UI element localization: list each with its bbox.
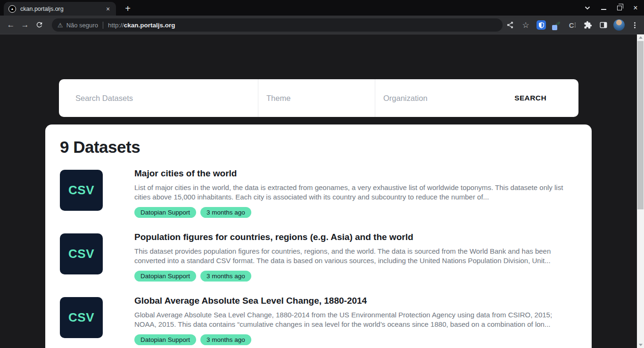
bitwarden-extension-icon[interactable] (535, 18, 548, 32)
dataset-title-link[interactable]: Population figures for countries, region… (134, 232, 576, 242)
url-host: ckan.portaljs.org (124, 22, 175, 29)
browser-tab[interactable]: ▲ ckan.portaljs.org × (4, 2, 116, 16)
profile-avatar[interactable] (612, 18, 626, 32)
dataset-row: CSV Major cities of the world List of ma… (60, 170, 576, 218)
search-datasets-placeholder: Search Datasets (75, 94, 133, 103)
share-icon[interactable] (504, 18, 517, 32)
scrollbar-up-arrow[interactable] (637, 34, 644, 41)
org-badge[interactable]: Datopian Support (134, 271, 196, 282)
dataset-description: Global Average Absolute Sea Level Change… (134, 310, 576, 329)
tab-title: ckan.portaljs.org (20, 6, 104, 12)
site-favicon-icon: ▲ (8, 5, 16, 13)
org-badge[interactable]: Datopian Support (134, 334, 196, 345)
security-label[interactable]: Não seguro (66, 22, 98, 29)
csv-format-icon[interactable]: CSV (60, 170, 103, 211)
dataset-description: This dataset provides population figures… (134, 247, 576, 265)
updated-badge: 3 months ago (200, 207, 251, 218)
organization-input[interactable]: Organization (375, 79, 514, 117)
url-separator (103, 22, 103, 29)
window-minimize-button[interactable] (598, 2, 609, 14)
updated-badge: 3 months ago (200, 334, 251, 345)
theme-placeholder: Theme (266, 94, 290, 103)
eyedropper-extension-icon[interactable] (550, 18, 563, 32)
address-bar[interactable]: ⚠ Não seguro http:// ckan.portaljs.org (52, 18, 503, 32)
csv-format-icon[interactable]: CSV (60, 233, 103, 274)
extensions-puzzle-icon[interactable] (581, 18, 594, 32)
reload-button[interactable] (32, 18, 46, 32)
organization-placeholder: Organization (383, 94, 428, 103)
results-count-heading: 9 Datasets (60, 137, 576, 157)
page-scrollbar[interactable] (637, 34, 644, 348)
eyedropper-color-swatch (552, 25, 557, 30)
csv-format-icon[interactable]: CSV (60, 297, 103, 338)
window-restore-button[interactable] (614, 2, 625, 14)
tab-search-chevron-icon[interactable] (582, 2, 593, 14)
tab-close-icon[interactable]: × (104, 5, 112, 13)
forward-button[interactable]: → (18, 18, 32, 32)
browser-menu-icon[interactable] (628, 18, 641, 32)
tab-strip: ▲ ckan.portaljs.org × + × (0, 0, 644, 16)
dataset-description: List of major cities in the world, the d… (134, 183, 576, 202)
theme-input[interactable]: Theme (258, 79, 375, 117)
results-card: 9 Datasets CSV Major cities of the world… (45, 124, 592, 348)
dataset-title-link[interactable]: Global Average Absolute Sea Level Change… (134, 295, 576, 306)
bookmark-star-icon[interactable]: ☆ (519, 18, 532, 32)
dataset-row: CSV Global Average Absolute Sea Level Ch… (60, 297, 576, 345)
back-button[interactable]: ← (4, 18, 18, 32)
scrollbar-down-arrow[interactable] (637, 342, 644, 348)
colorpick-extension-icon[interactable]: C (566, 18, 579, 32)
scrollbar-thumb[interactable] (637, 41, 644, 209)
url-scheme: http:// (108, 22, 124, 29)
new-tab-button[interactable]: + (122, 2, 134, 15)
page-background: Search Datasets Theme Organization SEARC… (0, 34, 637, 348)
dataset-row: CSV Population figures for countries, re… (60, 233, 576, 282)
search-button[interactable]: SEARCH (514, 79, 546, 117)
org-badge[interactable]: Datopian Support (134, 207, 196, 218)
search-datasets-input[interactable]: Search Datasets (59, 79, 258, 117)
updated-badge: 3 months ago (200, 271, 251, 282)
side-panel-icon[interactable] (597, 18, 610, 32)
not-secure-warning-icon: ⚠ (58, 22, 63, 29)
dataset-title-link[interactable]: Major cities of the world (134, 168, 576, 179)
window-close-button[interactable]: × (630, 2, 641, 14)
dataset-search-bar: Search Datasets Theme Organization SEARC… (59, 79, 578, 117)
